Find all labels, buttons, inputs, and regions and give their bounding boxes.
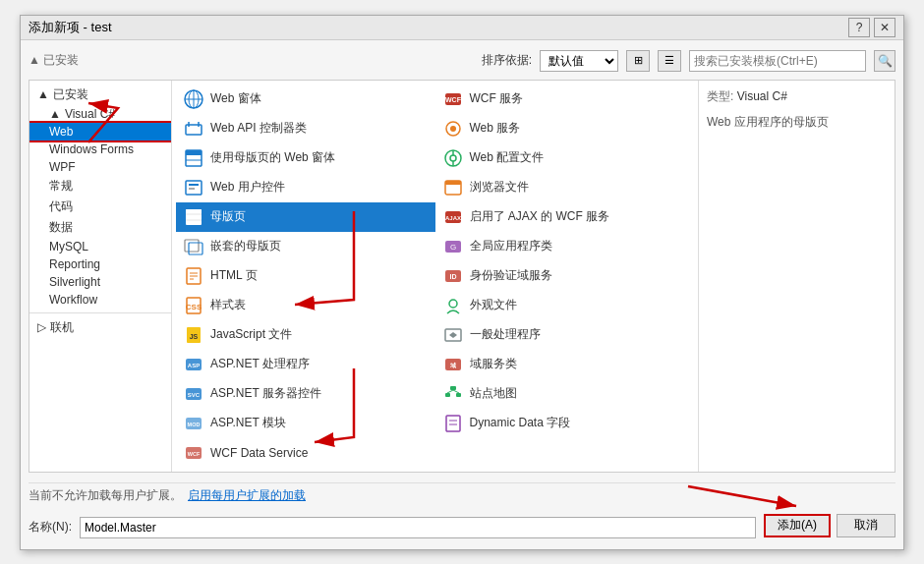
svg-text:ASP: ASP	[188, 363, 200, 368]
template-web-user-ctrl[interactable]: Web 用户控件	[176, 173, 435, 202]
template-web-api[interactable]: Web API 控制器类	[176, 114, 435, 143]
template-sitemap[interactable]: 站点地图	[435, 379, 695, 409]
template-wcf-service[interactable]: WCF WCF 服务	[435, 85, 695, 114]
installed-label: ▲ 已安装	[29, 52, 79, 69]
expand-icon: ▷	[37, 320, 46, 334]
template-identity-svc[interactable]: ID 身份验证域服务	[435, 261, 695, 291]
name-input[interactable]	[80, 517, 756, 538]
template-web-service[interactable]: Web 服务	[435, 114, 695, 143]
web-api-icon	[183, 118, 204, 140]
template-skin-file[interactable]: 外观文件	[435, 291, 695, 320]
action-buttons: 添加(A) 取消	[764, 514, 895, 541]
domain-svc-icon: 域	[442, 354, 464, 375]
svg-rect-20	[189, 188, 195, 190]
template-master-page[interactable]: 母版页	[176, 202, 435, 232]
aspnet-handler-icon: ASP	[183, 354, 204, 375]
template-aspnet-handler[interactable]: ASP ASP.NET 处理程序	[176, 350, 435, 379]
sort-select[interactable]: 默认值	[540, 50, 618, 72]
main-dialog: 添加新项 - test ? ✕ ▲ 已安装 排序依据: 默认值 ⊞ ☰ 🔍	[20, 15, 904, 550]
sidebar-item-wpf[interactable]: WPF	[29, 158, 171, 176]
close-button[interactable]: ✕	[874, 18, 895, 37]
sidebar-item-normal[interactable]: 常规	[29, 176, 171, 197]
warning-text: 当前不允许加载每用户扩展。	[29, 487, 182, 504]
sidebar-item-network[interactable]: ▷ 联机	[29, 317, 171, 338]
svg-text:MOD: MOD	[188, 422, 201, 427]
template-web-config[interactable]: Web 配置文件	[435, 143, 695, 173]
svg-rect-52	[445, 393, 450, 397]
skin-file-icon	[442, 295, 464, 316]
html-page-icon	[183, 265, 204, 287]
template-nested-master[interactable]: 嵌套的母版页	[176, 232, 435, 261]
svg-rect-24	[186, 209, 202, 214]
svg-rect-30	[189, 243, 202, 254]
sort-label: 排序依据:	[482, 52, 532, 69]
sidebar-item-web[interactable]: Web	[29, 123, 171, 141]
sidebar-item-data[interactable]: 数据	[29, 217, 171, 238]
template-global-app[interactable]: G 全局应用程序类	[435, 232, 695, 261]
template-domain-svc[interactable]: 域 域服务类	[435, 350, 695, 379]
help-button[interactable]: ?	[848, 18, 870, 37]
svg-rect-12	[186, 150, 202, 155]
template-master-with-page[interactable]: 使用母版页的 Web 窗体	[176, 143, 435, 173]
list-view-button[interactable]: ☰	[658, 50, 681, 72]
svg-text:WCF: WCF	[188, 451, 201, 457]
svg-rect-22	[445, 181, 461, 185]
template-ajax-wcf[interactable]: AJAX 启用了 AJAX 的 WCF 服务	[435, 202, 695, 232]
wcf-service-icon: WCF	[442, 88, 464, 110]
dynamic-data-icon	[442, 413, 464, 434]
sidebar-item-visual-csharp[interactable]: ▲ Visual C#	[29, 105, 171, 123]
template-js-file[interactable]: JS JavaScript 文件	[176, 320, 435, 350]
main-area: ▲ 已安装 ▲ Visual C# Web Windows Forms WPF	[29, 80, 895, 473]
ajax-wcf-icon: AJAX	[442, 206, 464, 228]
template-aspnet-server-ctrl[interactable]: SVC ASP.NET 服务器控件	[176, 379, 435, 409]
sidebar-item-installed[interactable]: ▲ 已安装	[29, 85, 171, 105]
dialog-content: ▲ 已安装 排序依据: 默认值 ⊞ ☰ 🔍 ▲ 已安装	[21, 40, 903, 549]
svg-rect-58	[446, 416, 460, 431]
info-desc: Web 应用程序的母版页	[707, 113, 887, 131]
template-dynamic-data[interactable]: Dynamic Data 字段	[435, 409, 695, 438]
sitemap-icon	[442, 383, 464, 405]
template-browser-file[interactable]: 浏览器文件	[435, 173, 695, 202]
sidebar-item-mysql[interactable]: MySQL	[29, 238, 171, 255]
info-type-value: Visual C#	[737, 89, 787, 103]
sidebar-item-silverlight[interactable]: Silverlight	[29, 273, 171, 291]
aspnet-server-ctrl-icon: SVC	[183, 383, 204, 405]
sidebar-separator	[29, 312, 171, 313]
svg-text:ID: ID	[449, 273, 456, 280]
web-user-ctrl-icon	[183, 177, 204, 198]
svg-rect-29	[185, 240, 199, 252]
svg-point-15	[450, 155, 456, 161]
svg-line-55	[453, 390, 459, 393]
expand-icon: ▲	[37, 87, 49, 101]
grid-view-button[interactable]: ⊞	[626, 50, 650, 72]
add-button[interactable]: 添加(A)	[764, 514, 831, 537]
cancel-button[interactable]: 取消	[837, 514, 895, 537]
search-button[interactable]: 🔍	[874, 50, 895, 72]
svg-text:域: 域	[449, 362, 457, 368]
template-aspnet-module[interactable]: MOD ASP.NET 模块	[176, 409, 435, 438]
js-file-icon: JS	[183, 324, 204, 346]
info-type-label: 类型:	[707, 89, 733, 103]
sidebar-item-workflow[interactable]: Workflow	[29, 291, 171, 309]
svg-text:WCF: WCF	[445, 96, 462, 103]
sidebar-item-reporting[interactable]: Reporting	[29, 255, 171, 273]
svg-text:AJAX: AJAX	[444, 215, 460, 221]
template-web-window[interactable]: Web 窗体	[176, 85, 435, 114]
template-wcf-data[interactable]: WCF WCF Data Service	[176, 438, 435, 468]
web-service-icon	[442, 118, 464, 140]
dialog-title: 添加新项 - test	[29, 19, 112, 36]
bottom-bar: 当前不允许加载每用户扩展。 启用每用户扩展的加载	[29, 482, 895, 508]
svg-point-10	[450, 126, 456, 132]
template-generic-handler[interactable]: 一般处理程序	[435, 320, 695, 350]
template-stylesheet[interactable]: CSS 样式表	[176, 291, 435, 320]
template-grid: Web 窗体 WCF WCF 服务	[172, 81, 698, 472]
global-app-icon: G	[442, 236, 464, 257]
enable-extensions-link[interactable]: 启用每用户扩展的加载	[188, 487, 306, 504]
web-window-icon	[183, 88, 204, 110]
sidebar-item-windows-forms[interactable]: Windows Forms	[29, 141, 171, 158]
master-page-icon	[183, 206, 204, 228]
sidebar-item-code[interactable]: 代码	[29, 197, 171, 217]
name-label: 名称(N):	[29, 519, 72, 536]
template-html-page[interactable]: HTML 页	[176, 261, 435, 291]
search-input[interactable]	[689, 50, 866, 72]
